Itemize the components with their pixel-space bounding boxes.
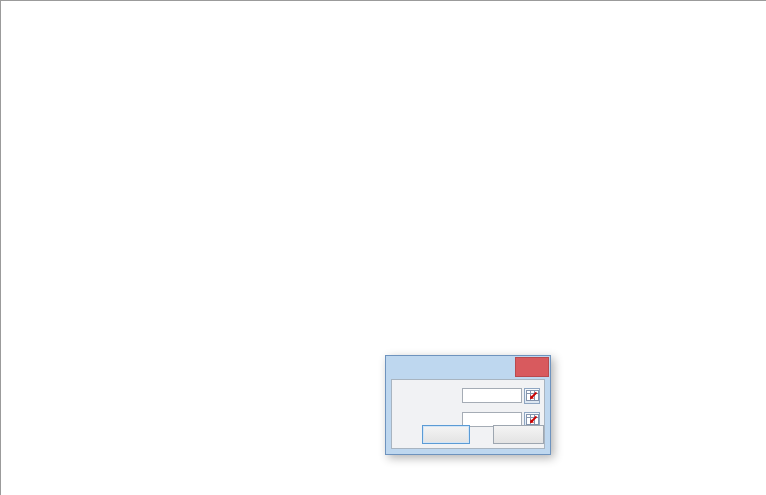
close-button[interactable] — [515, 357, 549, 377]
spreadsheet — [0, 0, 766, 495]
data-table-dialog — [385, 355, 551, 455]
dialog-body — [391, 379, 545, 449]
ok-button[interactable] — [422, 425, 470, 444]
dialog-title — [386, 356, 514, 378]
row-input-field[interactable] — [462, 388, 522, 403]
row-input-row — [397, 387, 540, 404]
dialog-titlebar[interactable] — [386, 356, 550, 378]
cancel-button[interactable] — [493, 425, 544, 444]
range-selector-icon — [526, 389, 539, 402]
dialog-buttons — [392, 425, 544, 444]
row-range-selector-button[interactable] — [524, 388, 540, 404]
